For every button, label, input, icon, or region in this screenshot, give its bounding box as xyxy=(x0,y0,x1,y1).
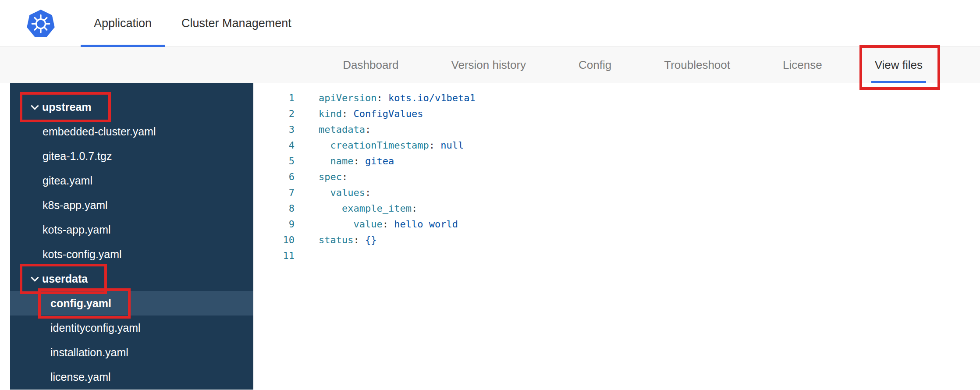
code-line-10: 10status: {} xyxy=(253,232,980,248)
code-line-1: 1apiVersion: kots.io/v1beta1 xyxy=(253,90,980,106)
line-number: 9 xyxy=(253,216,295,232)
code-text: name: gitea xyxy=(295,153,394,169)
tree-item-content: config.yaml xyxy=(50,291,111,316)
app-subnav: DashboardVersion historyConfigTroublesho… xyxy=(0,47,980,83)
tab-label: Config xyxy=(579,58,611,72)
tree-item-content: license.yaml xyxy=(50,365,111,389)
code-text: values: xyxy=(295,185,371,201)
line-number: 2 xyxy=(253,106,295,122)
tree-item-userdata[interactable]: userdata xyxy=(10,266,253,291)
line-number: 6 xyxy=(253,169,295,185)
code-view: 1apiVersion: kots.io/v1beta12kind: Confi… xyxy=(253,90,980,264)
tab-config[interactable]: Config xyxy=(579,47,611,83)
tree-item-content: installation.yaml xyxy=(50,340,128,365)
tree-item-content: kots-config.yaml xyxy=(43,242,122,266)
code-text: metadata: xyxy=(295,122,371,138)
code-line-5: 5 name: gitea xyxy=(253,153,980,169)
main-content: upstreamembedded-cluster.yamlgitea-1.0.7… xyxy=(0,83,980,390)
tab-label: Dashboard xyxy=(343,58,398,72)
line-number: 11 xyxy=(253,248,295,264)
tree-item-installation-yaml[interactable]: installation.yaml xyxy=(10,340,253,365)
file-label: installation.yaml xyxy=(50,346,128,359)
kubernetes-logo-icon xyxy=(26,9,55,38)
tab-view-files[interactable]: View files xyxy=(875,47,923,83)
code-text: status: {} xyxy=(295,232,376,248)
code-line-11: 11 xyxy=(253,248,980,264)
chevron-down-icon xyxy=(31,273,39,281)
tree-item-content: userdata xyxy=(32,266,88,291)
tree-item-content: embedded-cluster.yaml xyxy=(43,119,156,144)
tree-item-license-yaml[interactable]: license.yaml xyxy=(10,365,253,389)
code-line-8: 8 example_item: xyxy=(253,201,980,216)
chevron-down-icon xyxy=(31,102,39,110)
tree-item-embedded-cluster-yaml[interactable]: embedded-cluster.yaml xyxy=(10,119,253,144)
tree-item-content: upstream xyxy=(32,95,92,119)
tab-label: Version history xyxy=(451,58,526,72)
file-label: config.yaml xyxy=(50,297,111,310)
file-label: embedded-cluster.yaml xyxy=(43,125,156,138)
code-line-6: 6spec: xyxy=(253,169,980,185)
line-number: 3 xyxy=(253,122,295,138)
code-text: example_item: xyxy=(295,201,417,216)
code-text: value: hello world xyxy=(295,216,458,232)
tree-item-upstream[interactable]: upstream xyxy=(10,95,253,119)
file-editor[interactable]: 1apiVersion: kots.io/v1beta12kind: Confi… xyxy=(253,83,980,390)
top-tab-cluster-management[interactable]: Cluster Management xyxy=(168,0,305,46)
file-label: license.yaml xyxy=(50,371,111,383)
line-number: 5 xyxy=(253,153,295,169)
tree-item-identityconfig-yaml[interactable]: identityconfig.yaml xyxy=(10,316,253,340)
line-number: 7 xyxy=(253,185,295,201)
code-line-7: 7 values: xyxy=(253,185,980,201)
tree-item-kots-app-yaml[interactable]: kots-app.yaml xyxy=(10,217,253,242)
line-number: 10 xyxy=(253,232,295,248)
line-number: 4 xyxy=(253,138,295,153)
code-line-2: 2kind: ConfigValues xyxy=(253,106,980,122)
tab-version-history[interactable]: Version history xyxy=(451,47,526,83)
folder-label: userdata xyxy=(42,273,88,285)
code-text xyxy=(295,248,319,264)
file-label: kots-app.yaml xyxy=(43,223,111,236)
tab-troubleshoot[interactable]: Troubleshoot xyxy=(664,47,730,83)
file-label: gitea-1.0.7.tgz xyxy=(43,150,112,163)
tree-item-content: identityconfig.yaml xyxy=(50,316,141,340)
tree-item-k8s-app-yaml[interactable]: k8s-app.yaml xyxy=(10,193,253,217)
tree-item-gitea-yaml[interactable]: gitea.yaml xyxy=(10,168,253,193)
tree-item-content: k8s-app.yaml xyxy=(43,193,108,217)
code-line-3: 3metadata: xyxy=(253,122,980,138)
tree-item-content: kots-app.yaml xyxy=(43,217,111,242)
tab-license[interactable]: License xyxy=(783,47,822,83)
tree-item-gitea-1-0-7-tgz[interactable]: gitea-1.0.7.tgz xyxy=(10,144,253,168)
tree-item-content: gitea.yaml xyxy=(43,168,92,193)
line-number: 1 xyxy=(253,90,295,106)
tab-label: Troubleshoot xyxy=(664,58,730,72)
code-text: apiVersion: kots.io/v1beta1 xyxy=(295,90,476,106)
tab-dashboard[interactable]: Dashboard xyxy=(343,47,398,83)
tab-label: View files xyxy=(875,58,923,72)
file-tree: upstreamembedded-cluster.yamlgitea-1.0.7… xyxy=(10,83,253,390)
code-text: spec: xyxy=(295,169,348,185)
top-tabs: ApplicationCluster Management xyxy=(81,0,308,46)
folder-label: upstream xyxy=(42,101,92,113)
code-line-9: 9 value: hello world xyxy=(253,216,980,232)
file-label: k8s-app.yaml xyxy=(43,199,108,212)
file-label: gitea.yaml xyxy=(43,174,92,187)
tree-item-kots-config-yaml[interactable]: kots-config.yaml xyxy=(10,242,253,266)
tree-item-content: gitea-1.0.7.tgz xyxy=(43,144,112,168)
top-tab-application[interactable]: Application xyxy=(81,0,165,46)
file-label: kots-config.yaml xyxy=(43,248,122,261)
code-text: kind: ConfigValues xyxy=(295,106,423,122)
code-text: creationTimestamp: null xyxy=(295,138,464,153)
tab-label: License xyxy=(783,58,822,72)
file-label: identityconfig.yaml xyxy=(50,322,141,334)
tree-item-config-yaml[interactable]: config.yaml xyxy=(10,291,253,316)
code-line-4: 4 creationTimestamp: null xyxy=(253,138,980,153)
top-nav-bar: ApplicationCluster Management xyxy=(0,0,980,47)
line-number: 8 xyxy=(253,201,295,216)
